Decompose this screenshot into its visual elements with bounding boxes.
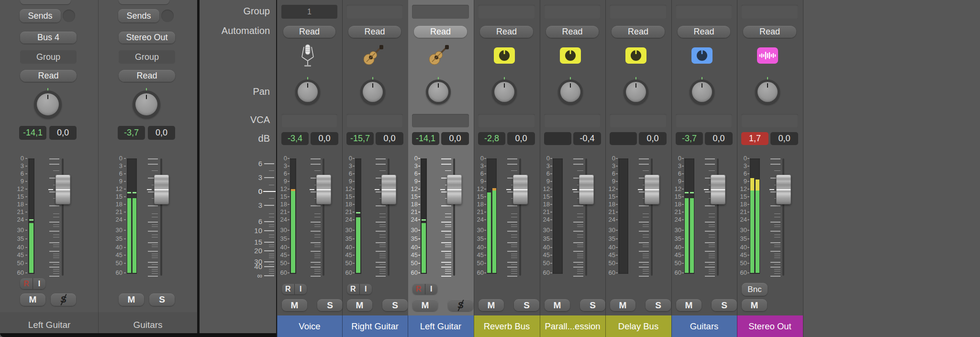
automation-mode-button[interactable]: Read [678,26,730,38]
pan-knob[interactable] [755,79,780,104]
level-display[interactable] [610,132,637,145]
gain-display[interactable]: -0,4 [573,132,601,145]
mute-button[interactable]: M [347,299,372,311]
pan-knob[interactable] [624,79,648,104]
gain-display[interactable]: 0,0 [770,132,798,145]
automation-mode-button[interactable]: Read [546,26,599,38]
automation-mode-button[interactable]: Read [612,26,665,38]
group-slot[interactable] [544,5,601,19]
solo-button[interactable]: S [317,299,343,311]
gain-display[interactable]: 0,0 [311,132,338,145]
output-button[interactable]: Stereo Out [119,32,175,44]
group-slot[interactable] [412,5,469,19]
level-display[interactable]: -14,1 [412,132,439,145]
bus-knob-blue-icon[interactable] [690,44,713,67]
record-enable-button[interactable]: R [20,278,33,289]
vca-slot[interactable] [610,114,667,127]
mute-button[interactable]: M [119,293,144,306]
level-display[interactable]: -3,7 [676,132,703,145]
pan-knob[interactable] [426,79,451,104]
gain-display[interactable]: 0,0 [639,132,667,145]
strip-name-label[interactable]: Stereo Out [737,315,803,337]
mute-button[interactable]: M [479,299,504,311]
mute-button[interactable]: M [742,299,767,311]
strip-name-label[interactable]: Voice [277,315,342,337]
record-input-group[interactable]: RI [282,284,307,294]
automation-mode-button[interactable]: Read [20,70,77,82]
sends-button[interactable]: Sends [118,9,159,22]
fader-handle[interactable] [447,175,462,204]
vca-slot[interactable] [676,114,732,127]
gain-display[interactable]: 0,0 [148,126,175,140]
automation-mode-button[interactable]: Read [414,26,467,38]
pan-knob[interactable] [34,90,62,118]
pan-knob[interactable] [360,79,385,104]
level-display[interactable] [544,132,571,145]
solo-button[interactable]: S [646,299,671,311]
solo-button[interactable]: S [382,299,408,311]
solo-button[interactable]: S [514,299,539,311]
strip-name-label[interactable]: Right Guitar [342,315,408,337]
bus-knob-yellow-icon[interactable] [624,44,647,67]
fader-handle[interactable] [645,175,659,204]
record-enable-button[interactable]: R [282,284,294,294]
group-button[interactable]: Group [119,50,175,64]
automation-mode-button[interactable]: Read [480,26,533,38]
vca-slot[interactable] [544,114,601,127]
gain-display[interactable]: 0,0 [507,132,535,145]
group-slot[interactable] [676,5,732,19]
pan-knob[interactable] [492,79,517,104]
gain-display[interactable]: 0,0 [441,132,469,145]
mute-button[interactable]: M [282,299,307,311]
pan-knob[interactable] [295,79,320,104]
fader-handle[interactable] [711,175,725,204]
fader-handle[interactable] [154,175,169,204]
record-enable-button[interactable]: R [347,284,359,294]
gain-display[interactable]: 0,0 [376,132,403,145]
fader-handle[interactable] [513,175,528,204]
automation-mode-button[interactable]: Read [348,26,401,38]
mute-button[interactable]: M [412,299,438,311]
level-display[interactable]: -2,8 [478,132,505,145]
mute-button[interactable]: M [610,299,635,311]
acoustic-guitar-icon[interactable] [427,44,450,67]
vca-slot[interactable] [281,114,337,127]
input-monitor-button[interactable]: I [33,278,45,289]
group-slot[interactable]: 1 [281,5,337,19]
pan-knob[interactable] [133,90,160,118]
fader-handle[interactable] [776,175,791,204]
group-slot[interactable] [610,5,667,19]
group-slot[interactable] [346,5,403,19]
record-input-group[interactable]: RI [347,284,372,294]
solo-button[interactable]: S [51,293,76,306]
solo-button[interactable]: S [580,299,605,311]
bus-knob-yellow-icon[interactable] [559,44,582,67]
record-input-group[interactable]: RI [20,278,45,289]
level-display[interactable]: -3,7 [118,126,145,140]
solo-button[interactable]: S [149,293,175,306]
level-display[interactable]: 1,7 [741,132,768,145]
automation-mode-button[interactable]: Read [283,26,335,38]
clipped-button-top[interactable] [119,0,169,4]
fader-handle[interactable] [56,175,70,204]
group-button[interactable]: Group [20,50,77,64]
clipped-button-top[interactable] [20,0,71,4]
mute-button[interactable]: M [676,299,702,311]
fader-handle[interactable] [579,175,594,204]
solo-button[interactable]: S [712,299,737,311]
output-button[interactable]: Bus 4 [20,32,77,44]
mute-button[interactable]: M [20,293,45,306]
automation-mode-button[interactable]: Read [119,70,175,82]
solo-button[interactable]: S [448,299,473,311]
pan-knob[interactable] [690,79,714,104]
acoustic-guitar-icon[interactable] [361,44,384,67]
strip-name-label[interactable]: Left Guitar [408,315,474,337]
level-display[interactable]: -15,7 [346,132,374,145]
level-display[interactable]: -14,1 [19,126,46,140]
gain-display[interactable]: 0,0 [705,132,733,145]
strip-name-label[interactable]: Delay Bus [605,315,671,337]
gain-display[interactable]: 0,0 [49,126,77,140]
bus-knob-yellow-icon[interactable] [493,44,516,67]
automation-mode-button[interactable]: Read [743,26,796,38]
group-slot[interactable] [478,5,535,19]
